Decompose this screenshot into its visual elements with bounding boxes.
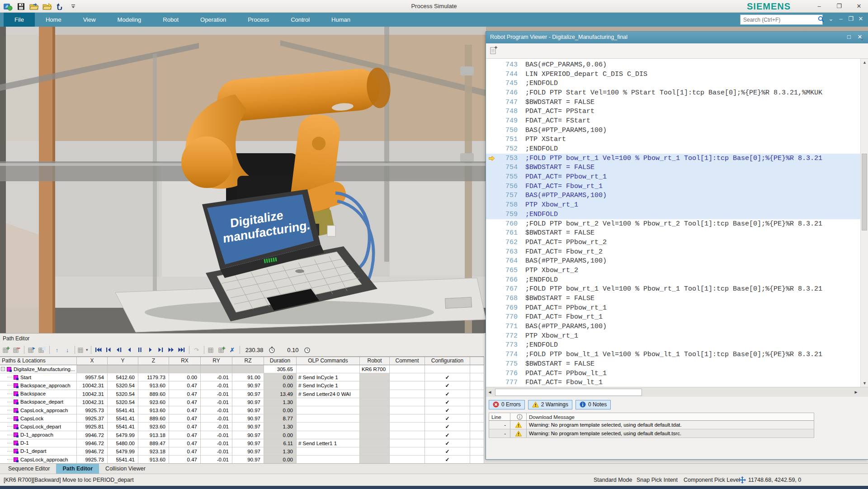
notes-filter-button[interactable]: 0 Notes bbox=[576, 400, 611, 409]
record-path-icon[interactable] bbox=[207, 345, 216, 355]
panel-titlebar[interactable]: Robot Program Viewer - Digitalize_Manufa… bbox=[486, 32, 868, 43]
status-mode[interactable]: Standard Mode bbox=[594, 477, 632, 483]
tree-collapse-icon[interactable]: − bbox=[1, 367, 5, 371]
table-row[interactable]: Backspace_depart10042.315320.54923.600.4… bbox=[0, 398, 484, 406]
code-line[interactable]: 761$BWDSTART = FALSE bbox=[486, 228, 860, 238]
location-name-cell[interactable]: CapsLock_depart bbox=[0, 423, 77, 431]
code-line[interactable]: 755PDAT_ACT= PPbow_rt_1 bbox=[486, 172, 860, 182]
ribbon-tab-home[interactable]: Home bbox=[35, 13, 72, 27]
scroll-left-icon[interactable]: ◄ bbox=[486, 390, 494, 395]
code-line[interactable]: 743BAS(#CP_PARAMS,0.06) bbox=[486, 60, 860, 70]
code-line[interactable]: 759;ENDFOLD bbox=[486, 210, 860, 219]
location-name-cell[interactable]: D-1 bbox=[0, 439, 77, 447]
close-icon[interactable]: ✕ bbox=[853, 2, 865, 11]
column-header-olp-commands[interactable]: OLP Commands bbox=[297, 357, 360, 365]
column-header-rx[interactable]: RX bbox=[169, 357, 201, 365]
code-line[interactable]: 757BAS(#PTP_PARAMS,100) bbox=[486, 191, 860, 201]
table-row[interactable]: CapsLock9925.375541.41889.600.47-0.0190.… bbox=[0, 414, 484, 423]
location-name-cell[interactable]: Backspace_approach bbox=[0, 381, 77, 390]
child-minimize-icon[interactable]: – bbox=[836, 15, 846, 22]
table-row[interactable]: CapsLock_approach9925.735541.41913.600.4… bbox=[0, 406, 484, 414]
loop-playback-icon[interactable]: ↷ bbox=[192, 345, 201, 355]
code-horizontal-scrollbar[interactable]: ◄ ► bbox=[486, 387, 868, 397]
code-line[interactable]: 758PTP Xbow_rt_1 bbox=[486, 200, 860, 210]
search-icon[interactable] bbox=[816, 16, 826, 24]
viewer-tab-collision-viewer[interactable]: Collision Viewer bbox=[99, 464, 152, 474]
location-name-cell[interactable]: CapsLock bbox=[0, 414, 77, 423]
scroll-down-icon[interactable]: ▼ bbox=[861, 380, 868, 387]
column-header-x[interactable]: X bbox=[77, 357, 108, 365]
pause-icon[interactable] bbox=[136, 345, 145, 355]
code-line[interactable]: 748PDAT_ACT= PPStart bbox=[486, 107, 860, 116]
code-line[interactable]: 752;ENDFOLD bbox=[486, 144, 860, 154]
duplicate-location-icon[interactable] bbox=[38, 345, 47, 355]
vertical-scroll-thumb[interactable] bbox=[862, 154, 867, 230]
ribbon-collapse-icon[interactable]: ⌄ bbox=[826, 15, 836, 22]
clear-simulation-icon[interactable]: ✗ bbox=[228, 345, 237, 355]
jump-to-end-icon[interactable] bbox=[177, 345, 186, 355]
table-row[interactable]: D-1_approach9946.725479.99913.180.47-0.0… bbox=[0, 431, 484, 439]
code-line[interactable]: 746;FOLD PTP Start Vel=100 % PStart Tool… bbox=[486, 88, 860, 98]
copy-to-editor-icon[interactable] bbox=[27, 345, 36, 355]
add-note-icon[interactable] bbox=[490, 46, 498, 56]
child-close-icon[interactable]: ✕ bbox=[856, 15, 866, 22]
code-line[interactable]: 763FDAT_ACT= Fbow_rt_2 bbox=[486, 247, 860, 257]
column-header-comment[interactable]: Comment bbox=[390, 357, 425, 365]
column-header-y[interactable]: Y bbox=[108, 357, 138, 365]
code-line[interactable]: 745;ENDFOLD bbox=[486, 79, 860, 88]
table-row[interactable]: Start9957.545412.601179.730.00-0.0191.00… bbox=[0, 373, 484, 381]
location-name-cell[interactable]: Backspace_depart bbox=[0, 398, 77, 406]
column-header-robot[interactable]: Robot bbox=[360, 357, 390, 365]
column-header-z[interactable]: Z bbox=[138, 357, 169, 365]
location-name-cell[interactable]: D-1_depart bbox=[0, 447, 77, 456]
move-down-icon[interactable]: ↓ bbox=[63, 345, 72, 355]
horizontal-scroll-thumb[interactable] bbox=[495, 389, 642, 396]
location-name-cell[interactable]: CapsLock_approach bbox=[0, 456, 77, 464]
column-header-ry[interactable]: RY bbox=[201, 357, 232, 365]
code-line[interactable]: 769PDAT_ACT= PPbow_rt_1 bbox=[486, 303, 860, 313]
scroll-right-icon[interactable]: ► bbox=[852, 390, 860, 395]
message-row[interactable]: -Warning: No program template selected, … bbox=[489, 429, 814, 438]
next-location-icon[interactable] bbox=[167, 345, 176, 355]
code-line[interactable]: 775$BWDSTART = FALSE bbox=[486, 359, 860, 369]
minimize-icon[interactable]: – bbox=[813, 2, 826, 11]
code-line[interactable]: 765PTP Xbow_rt_2 bbox=[486, 266, 860, 275]
search-input[interactable] bbox=[741, 17, 816, 23]
ribbon-tab-human[interactable]: Human bbox=[321, 13, 361, 27]
jump-to-start-icon[interactable] bbox=[94, 345, 103, 355]
play-backward-icon[interactable] bbox=[125, 345, 134, 355]
message-row[interactable]: -Warning: No program template selected, … bbox=[489, 421, 814, 429]
move-up-icon[interactable]: ↑ bbox=[52, 345, 61, 355]
code-line[interactable]: 744LIN XPERIOD_depart C_DIS C_DIS bbox=[486, 70, 860, 79]
step-backward-icon[interactable] bbox=[115, 345, 124, 355]
ribbon-tab-modeling[interactable]: Modeling bbox=[107, 13, 152, 27]
code-line[interactable]: 750BAS(#PTP_PARAMS,100) bbox=[486, 126, 860, 135]
warnings-filter-button[interactable]: 2 Warnings bbox=[528, 400, 572, 409]
code-line[interactable]: 772PTP Xbow_rt_1 bbox=[486, 331, 860, 341]
column-header-duration[interactable]: Duration bbox=[264, 357, 297, 365]
code-line[interactable]: 753;FOLD PTP bow_rt_1 Vel=100 % Pbow_rt_… bbox=[486, 154, 860, 163]
ribbon-tab-operation[interactable]: Operation bbox=[189, 13, 237, 27]
table-row[interactable]: D-1_depart9946.725479.99923.180.47-0.019… bbox=[0, 447, 484, 456]
code-area[interactable]: 743BAS(#CP_PARAMS,0.06)744LIN XPERIOD_de… bbox=[486, 59, 860, 387]
table-row[interactable]: Backspace10042.315320.54889.600.47-0.019… bbox=[0, 390, 484, 398]
code-line[interactable]: 754$BWDSTART = FALSE bbox=[486, 163, 860, 173]
ribbon-tab-view[interactable]: View bbox=[72, 13, 107, 27]
location-name-cell[interactable]: CapsLock_approach bbox=[0, 406, 77, 414]
viewer-tab-sequence-editor[interactable]: Sequence Editor bbox=[2, 464, 56, 474]
code-line[interactable]: 777FDAT_ACT= Fbow_lt_1 bbox=[486, 378, 860, 387]
code-line[interactable]: 774;FOLD PTP bow_lt_1 Vel=100 % Pbow_lt_… bbox=[486, 350, 860, 359]
code-line[interactable]: 773;ENDFOLD bbox=[486, 341, 860, 350]
code-line[interactable]: 762PDAT_ACT= PPbow_rt_2 bbox=[486, 238, 860, 247]
location-name-cell[interactable]: Backspace bbox=[0, 390, 77, 398]
status-pick-level[interactable]: Component Pick Level bbox=[684, 477, 740, 483]
panel-maximize-icon[interactable]: □ bbox=[844, 33, 854, 40]
customize-columns-icon[interactable]: ▾ bbox=[78, 345, 88, 355]
code-line[interactable]: 767;FOLD PTP bow_rt_1 Vel=100 % Pbow_rt_… bbox=[486, 285, 860, 294]
ribbon-tab-control[interactable]: Control bbox=[280, 13, 321, 27]
column-header-rz[interactable]: RZ bbox=[232, 357, 264, 365]
code-line[interactable]: 776PDAT_ACT= PPbow_lt_1 bbox=[486, 369, 860, 378]
previous-location-icon[interactable] bbox=[104, 345, 113, 355]
play-forward-icon[interactable] bbox=[146, 345, 155, 355]
code-line[interactable]: 771BAS(#PTP_PARAMS,100) bbox=[486, 322, 860, 331]
